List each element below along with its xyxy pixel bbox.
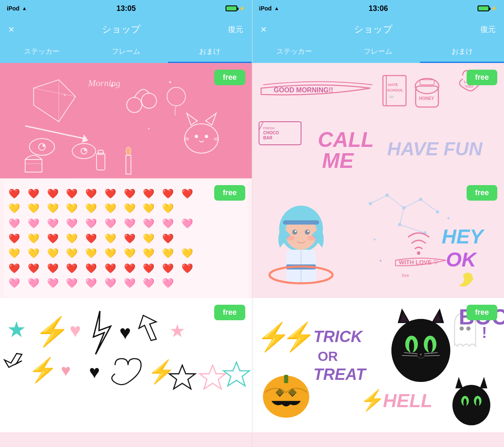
svg-text:❤️: ❤️ bbox=[66, 188, 78, 199]
svg-line-194 bbox=[424, 356, 440, 356]
restore-button-right[interactable]: 復元 bbox=[480, 24, 496, 34]
tab-sticker-left[interactable]: ステッカー bbox=[0, 42, 84, 62]
tab-frame-right[interactable]: フレーム bbox=[336, 42, 420, 62]
svg-text:⚡: ⚡ bbox=[35, 315, 70, 348]
free-badge-halloween[interactable]: free bbox=[467, 305, 497, 320]
close-button-left[interactable]: × bbox=[8, 24, 14, 35]
free-badge-space[interactable]: free bbox=[467, 185, 497, 201]
svg-text:❤️: ❤️ bbox=[8, 262, 20, 274]
svg-text:💛: 💛 bbox=[143, 203, 155, 214]
svg-text:🩷: 🩷 bbox=[105, 218, 116, 229]
svg-rect-202 bbox=[284, 375, 288, 383]
svg-text:HELL: HELL bbox=[383, 390, 432, 411]
svg-text:Morning: Morning bbox=[88, 78, 121, 88]
svg-text:💛: 💛 bbox=[105, 233, 116, 244]
svg-text:✦: ✦ bbox=[378, 259, 382, 263]
svg-text:🩷: 🩷 bbox=[143, 277, 155, 289]
status-left: iPod ▲ bbox=[7, 5, 27, 12]
svg-text:🩷: 🩷 bbox=[28, 277, 39, 289]
svg-text:❤️: ❤️ bbox=[143, 188, 155, 199]
svg-point-8 bbox=[42, 144, 45, 147]
tab-bonus-left[interactable]: おまけ bbox=[168, 42, 252, 62]
svg-text:❤️: ❤️ bbox=[47, 262, 59, 274]
svg-text:❤️: ❤️ bbox=[8, 233, 20, 244]
svg-text:❤️: ❤️ bbox=[124, 262, 136, 274]
svg-point-162 bbox=[307, 230, 309, 232]
header-left: × ショップ 復元 bbox=[0, 17, 252, 42]
svg-text:💛: 💛 bbox=[85, 203, 97, 214]
free-badge-callme[interactable]: free bbox=[467, 70, 497, 85]
shop-title-right: ショップ bbox=[354, 23, 393, 36]
status-left-right: iPod ▲ bbox=[259, 5, 279, 12]
tab-frame-left[interactable]: フレーム bbox=[84, 42, 168, 62]
svg-text:TREAT: TREAT bbox=[313, 366, 367, 383]
svg-point-161 bbox=[294, 230, 296, 232]
svg-text:🩷: 🩷 bbox=[85, 218, 97, 229]
hearts-pack[interactable]: free ❤️ ❤️ ❤️ ❤️ ❤️ ❤️ ❤️ ❤️ ❤️ ❤️ 💛 bbox=[0, 178, 252, 298]
morning-pack[interactable]: ✦ ✦ ✦ ✦ Morning bbox=[0, 63, 252, 178]
tab-bar-right: ステッカー フレーム おまけ bbox=[252, 42, 504, 63]
tab-sticker-right[interactable]: ステッカー bbox=[252, 42, 336, 62]
svg-text:💛: 💛 bbox=[143, 233, 155, 244]
svg-text:♥: ♥ bbox=[61, 361, 71, 379]
svg-text:🩷: 🩷 bbox=[66, 218, 78, 229]
svg-text:💛: 💛 bbox=[181, 248, 193, 259]
svg-text:💛: 💛 bbox=[28, 248, 39, 259]
svg-text:HATE: HATE bbox=[388, 83, 398, 87]
svg-text:HEY: HEY bbox=[441, 225, 485, 248]
svg-point-160 bbox=[304, 230, 310, 235]
restore-button-left[interactable]: 復元 bbox=[228, 24, 243, 34]
tab-bar-left: ステッカー フレーム おまけ bbox=[0, 42, 252, 63]
svg-point-207 bbox=[452, 385, 490, 425]
close-button-right[interactable]: × bbox=[261, 24, 267, 35]
svg-text:HAVE FUN: HAVE FUN bbox=[387, 138, 483, 159]
svg-text:✦: ✦ bbox=[147, 126, 150, 131]
svg-text:❤️: ❤️ bbox=[28, 188, 39, 199]
svg-text:❤️: ❤️ bbox=[85, 233, 97, 244]
svg-text:❤️: ❤️ bbox=[181, 188, 193, 199]
svg-text:★: ★ bbox=[169, 321, 186, 341]
free-badge-morning[interactable]: free bbox=[214, 70, 245, 85]
svg-text:OR: OR bbox=[318, 349, 338, 364]
svg-text:♥: ♥ bbox=[89, 362, 100, 382]
callme-pack[interactable]: free GOOD MORNING!! HATE SCHOOL 📖 bbox=[252, 63, 504, 178]
svg-text:🩷: 🩷 bbox=[8, 277, 20, 289]
svg-text:!: ! bbox=[482, 324, 487, 341]
svg-text:💛: 💛 bbox=[85, 248, 97, 259]
svg-text:💛: 💛 bbox=[47, 248, 59, 259]
tab-bonus-right[interactable]: おまけ bbox=[420, 42, 504, 62]
free-badge-misc[interactable]: free bbox=[214, 305, 245, 320]
svg-point-188 bbox=[409, 340, 414, 353]
svg-text:🩷: 🩷 bbox=[181, 218, 193, 229]
svg-text:💛: 💛 bbox=[66, 248, 78, 259]
halloween-pack[interactable]: free ⚡ ⚡ TRICK OR TREAT bbox=[252, 298, 504, 432]
svg-text:❤️: ❤️ bbox=[85, 188, 97, 199]
svg-point-11 bbox=[84, 149, 87, 151]
wifi-icon-left: ▲ bbox=[22, 5, 27, 11]
svg-text:📖: 📖 bbox=[389, 94, 393, 98]
free-badge-hearts[interactable]: free bbox=[214, 185, 245, 201]
battery-right: ⚡ bbox=[478, 5, 497, 11]
space-pack[interactable]: free bbox=[252, 178, 504, 298]
halloween-svg: ⚡ ⚡ TRICK OR TREAT bbox=[252, 298, 504, 432]
svg-point-213 bbox=[476, 398, 479, 407]
svg-text:❤️: ❤️ bbox=[124, 233, 136, 244]
svg-text:🩷: 🩷 bbox=[105, 277, 116, 289]
svg-text:🩷: 🩷 bbox=[162, 277, 174, 289]
svg-text:🩷: 🩷 bbox=[28, 218, 39, 229]
svg-point-159 bbox=[292, 230, 297, 235]
svg-text:💛: 💛 bbox=[105, 203, 116, 214]
device-name-right: iPod bbox=[259, 5, 272, 12]
misc-pack[interactable]: free ★ ⚡ ♥ ♥ bbox=[0, 298, 252, 432]
svg-text:💛: 💛 bbox=[124, 248, 136, 259]
svg-text:💛: 💛 bbox=[66, 233, 78, 244]
content-right: free GOOD MORNING!! HATE SCHOOL 📖 bbox=[252, 63, 504, 447]
battery-icon-right bbox=[478, 5, 489, 11]
panel-right: iPod ▲ 13:06 ⚡ × ショップ 復元 ステッカー フレーム おまけ bbox=[252, 0, 504, 447]
svg-text:🩷: 🩷 bbox=[66, 277, 78, 289]
svg-text:❤️: ❤️ bbox=[105, 262, 116, 274]
status-bar-left: iPod ▲ 13:05 ⚡ bbox=[0, 0, 252, 17]
svg-text:BAR: BAR bbox=[263, 136, 272, 140]
svg-text:TRICK: TRICK bbox=[313, 328, 363, 345]
svg-text:ME: ME bbox=[322, 149, 354, 173]
